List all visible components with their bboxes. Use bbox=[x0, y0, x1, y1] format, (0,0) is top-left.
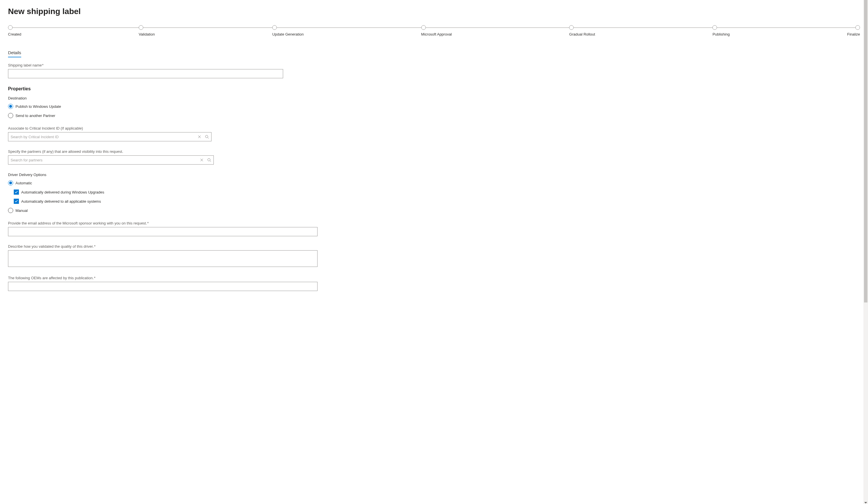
step-validation: Validation bbox=[139, 25, 155, 37]
partners-visibility-label: Specify the partners (if any) that are a… bbox=[8, 150, 860, 154]
radio-automatic[interactable]: Automatic bbox=[8, 180, 860, 185]
driver-delivery-label: Driver Delivery Options bbox=[8, 173, 860, 177]
step-circle-icon bbox=[8, 25, 13, 30]
step-circle-icon bbox=[139, 25, 143, 30]
step-update-generation: Update Generation bbox=[272, 25, 304, 37]
svg-point-0 bbox=[206, 135, 208, 138]
tabs: Details bbox=[8, 50, 860, 57]
search-icon[interactable] bbox=[207, 158, 211, 162]
clear-icon[interactable] bbox=[199, 158, 204, 162]
step-circle-icon bbox=[855, 25, 860, 30]
oems-affected-input[interactable] bbox=[8, 282, 318, 291]
radio-send-partner[interactable]: Send to another Partner bbox=[8, 113, 860, 118]
tab-details[interactable]: Details bbox=[8, 50, 21, 57]
checkbox-auto-systems[interactable]: Automatically delivered to all applicabl… bbox=[14, 199, 860, 204]
step-finalize: Finalize bbox=[847, 25, 860, 37]
sponsor-email-input[interactable] bbox=[8, 227, 318, 236]
step-label: Gradual Rollout bbox=[569, 32, 595, 37]
step-label: Update Generation bbox=[272, 32, 304, 37]
svg-point-1 bbox=[208, 158, 210, 161]
scrollbar[interactable] bbox=[864, 0, 868, 306]
step-label: Created bbox=[8, 32, 21, 37]
critical-incident-search-input[interactable] bbox=[8, 132, 211, 141]
step-created: Created bbox=[8, 25, 21, 37]
properties-heading: Properties bbox=[8, 86, 860, 91]
step-label: Finalize bbox=[847, 32, 860, 37]
oems-affected-label: The following OEMs are affected by this … bbox=[8, 276, 860, 280]
destination-label: Destination bbox=[8, 96, 860, 100]
checkbox-icon bbox=[14, 199, 19, 204]
step-gradual-rollout: Gradual Rollout bbox=[569, 25, 595, 37]
radio-label: Manual bbox=[16, 208, 28, 213]
checkbox-label: Automatically delivered during Windows U… bbox=[21, 190, 104, 194]
scrollbar-thumb[interactable] bbox=[864, 0, 867, 302]
step-circle-icon bbox=[421, 25, 426, 30]
partners-search-input[interactable] bbox=[8, 155, 214, 165]
checkbox-auto-upgrades[interactable]: Automatically delivered during Windows U… bbox=[14, 189, 860, 195]
step-label: Microsoft Approval bbox=[421, 32, 452, 37]
clear-icon[interactable] bbox=[197, 134, 202, 139]
critical-incident-label: Associate to Critical Incident ID (If ap… bbox=[8, 126, 860, 131]
search-icon[interactable] bbox=[205, 134, 209, 139]
radio-label: Automatic bbox=[16, 181, 32, 185]
radio-label: Publish to Windows Update bbox=[16, 104, 61, 109]
radio-icon bbox=[8, 208, 13, 213]
radio-manual[interactable]: Manual bbox=[8, 208, 860, 213]
radio-label: Send to another Partner bbox=[16, 114, 55, 118]
step-publishing: Publishing bbox=[712, 25, 730, 37]
shipping-label-name-input[interactable] bbox=[8, 69, 283, 78]
page-title: New shipping label bbox=[8, 7, 860, 16]
step-label: Publishing bbox=[712, 32, 730, 37]
radio-icon bbox=[8, 104, 13, 109]
step-circle-icon bbox=[569, 25, 574, 30]
sponsor-email-label: Provide the email address of the Microso… bbox=[8, 221, 860, 225]
step-circle-icon bbox=[272, 25, 277, 30]
radio-publish-windows-update[interactable]: Publish to Windows Update bbox=[8, 104, 860, 109]
checkbox-icon bbox=[14, 189, 19, 195]
step-label: Validation bbox=[139, 32, 155, 37]
radio-icon bbox=[8, 113, 13, 118]
step-microsoft-approval: Microsoft Approval bbox=[421, 25, 452, 37]
shipping-label-name-label: Shipping label name bbox=[8, 63, 860, 68]
validation-desc-label: Describe how you validated the quality o… bbox=[8, 244, 860, 249]
radio-icon bbox=[8, 180, 13, 185]
validation-desc-input[interactable] bbox=[8, 250, 318, 267]
step-circle-icon bbox=[712, 25, 717, 30]
progress-stepper: Created Validation Update Generation Mic… bbox=[8, 25, 860, 37]
checkbox-label: Automatically delivered to all applicabl… bbox=[21, 199, 101, 204]
